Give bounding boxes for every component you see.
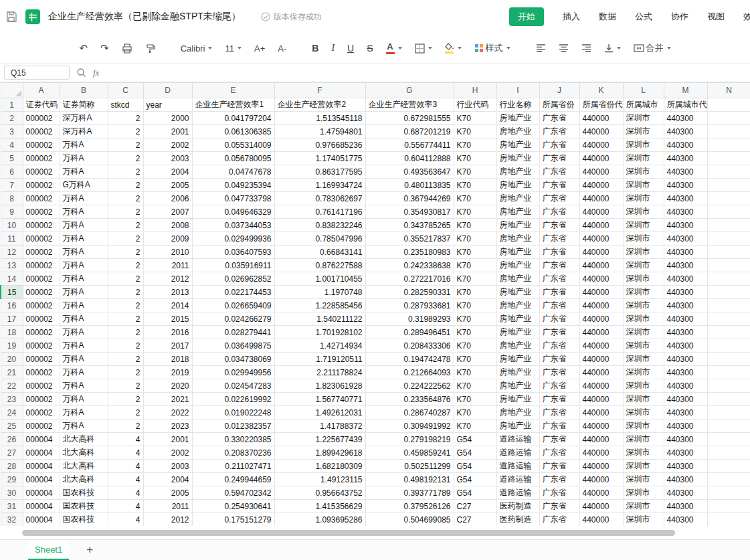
cell-E1[interactable]: 企业生产经营效率1 [192,98,274,112]
cell-J26[interactable]: 广东省 [539,433,579,446]
cell-I5[interactable]: 房地产业 [496,152,539,165]
cell-G1[interactable]: 企业生产经营效率3 [365,98,454,112]
cell-L9[interactable]: 深圳市 [623,205,664,219]
column-header-L[interactable]: L [623,83,664,98]
print-button[interactable] [120,42,134,55]
cell-C22[interactable]: 2 [108,379,143,393]
cell-K22[interactable]: 440000 [579,379,623,393]
cell-E26[interactable]: 0.330220385 [192,433,274,446]
cell-F22[interactable]: 1.823061928 [274,379,365,393]
font-family-select[interactable]: Calibri [179,42,215,55]
column-header-J[interactable]: J [539,83,579,98]
row-header-16[interactable]: 16 [1,299,23,312]
cell-N2[interactable] [707,112,750,125]
cell-E13[interactable]: 0.035916911 [192,259,274,272]
cell-N31[interactable] [707,500,750,513]
cell-G22[interactable]: 0.224222562 [365,379,454,393]
cell-F19[interactable]: 1.42714934 [274,339,365,353]
cell-F4[interactable]: 0.976685236 [274,138,365,152]
cell-N11[interactable] [707,232,750,246]
cell-N4[interactable] [707,138,750,152]
row-header-20[interactable]: 20 [1,353,23,366]
cell-L7[interactable]: 深圳市 [623,179,664,192]
cell-E12[interactable]: 0.036407593 [192,246,274,259]
cell-B10[interactable]: 万科A [60,219,108,232]
cell-D32[interactable]: 2012 [143,513,192,527]
cell-M13[interactable]: 440300 [664,259,707,272]
cell-N6[interactable] [707,165,750,179]
cell-J10[interactable]: 广东省 [539,219,579,232]
cell-L11[interactable]: 深圳市 [623,232,664,246]
cell-G27[interactable]: 0.459859241 [365,446,454,460]
row-header-17[interactable]: 17 [1,312,23,326]
underline-button[interactable]: U [345,41,356,55]
cell-N32[interactable] [707,513,750,527]
cell-J22[interactable]: 广东省 [539,379,579,393]
cell-F17[interactable]: 1.540211122 [274,312,365,326]
cell-B16[interactable]: 万科A [60,299,108,312]
select-all-corner[interactable] [1,83,23,98]
decrease-font-button[interactable]: A- [276,42,288,55]
cell-I21[interactable]: 房地产业 [496,366,539,379]
cell-J15[interactable]: 广东省 [539,286,579,299]
cell-K13[interactable]: 440000 [579,259,623,272]
cell-G24[interactable]: 0.286740287 [365,406,454,419]
cell-I26[interactable]: 道路运输 [496,433,539,446]
cell-J17[interactable]: 广东省 [539,312,579,326]
align-left-button[interactable] [534,43,548,54]
cell-A1[interactable]: 证券代码 [23,98,60,112]
column-header-B[interactable]: B [60,83,108,98]
row-header-32[interactable]: 32 [1,513,23,527]
horizontal-scrollbar[interactable] [0,526,750,539]
cell-E19[interactable]: 0.036499875 [192,339,274,353]
cell-C9[interactable]: 2 [108,205,143,219]
cell-I27[interactable]: 道路运输 [496,446,539,460]
cell-I20[interactable]: 房地产业 [496,353,539,366]
cell-A6[interactable]: 000002 [23,165,60,179]
cell-H13[interactable]: K70 [454,259,496,272]
format-painter-button[interactable] [143,42,157,55]
cell-M30[interactable]: 440300 [664,486,707,500]
cell-D17[interactable]: 2015 [143,312,192,326]
cell-K15[interactable]: 440000 [579,286,623,299]
cell-N17[interactable] [707,312,750,326]
cell-E18[interactable]: 0.028279441 [192,326,274,339]
cell-B13[interactable]: 万科A [60,259,108,272]
cell-B27[interactable]: 北大高科 [60,446,108,460]
cell-J24[interactable]: 广东省 [539,406,579,419]
cell-G30[interactable]: 0.393771789 [365,486,454,500]
cell-E5[interactable]: 0.056780095 [192,152,274,165]
menu-view[interactable]: 视图 [707,11,725,23]
cell-C29[interactable]: 4 [108,473,143,486]
cell-E32[interactable]: 0.175151279 [192,513,274,527]
cell-N3[interactable] [707,125,750,138]
cell-E15[interactable]: 0.022174453 [192,286,274,299]
cell-G9[interactable]: 0.354930817 [365,205,454,219]
cell-M2[interactable]: 440300 [664,112,707,125]
cell-B11[interactable]: 万科A [60,232,108,246]
cell-H8[interactable]: K70 [454,192,496,205]
cell-H17[interactable]: K70 [454,312,496,326]
cell-J1[interactable]: 所属省份 [539,98,579,112]
cell-K4[interactable]: 440000 [579,138,623,152]
cell-J3[interactable]: 广东省 [539,125,579,138]
cell-A7[interactable]: 000002 [23,179,60,192]
cell-H7[interactable]: K70 [454,179,496,192]
cell-B31[interactable]: 国农科技 [60,500,108,513]
cell-C4[interactable]: 2 [108,138,143,152]
border-button[interactable] [413,42,434,55]
cell-K16[interactable]: 440000 [579,299,623,312]
cell-K12[interactable]: 440000 [579,246,623,259]
cell-I25[interactable]: 房地产业 [496,419,539,433]
cell-H26[interactable]: G54 [454,433,496,446]
cell-A9[interactable]: 000002 [23,205,60,219]
cell-I17[interactable]: 房地产业 [496,312,539,326]
cell-N8[interactable] [707,192,750,205]
cell-J32[interactable]: 广东省 [539,513,579,527]
cell-K14[interactable]: 440000 [579,272,623,286]
cell-F27[interactable]: 1.899429618 [274,446,365,460]
row-header-5[interactable]: 5 [1,152,23,165]
cell-D5[interactable]: 2003 [143,152,192,165]
cell-B15[interactable]: 万科A [60,286,108,299]
cell-I6[interactable]: 房地产业 [496,165,539,179]
